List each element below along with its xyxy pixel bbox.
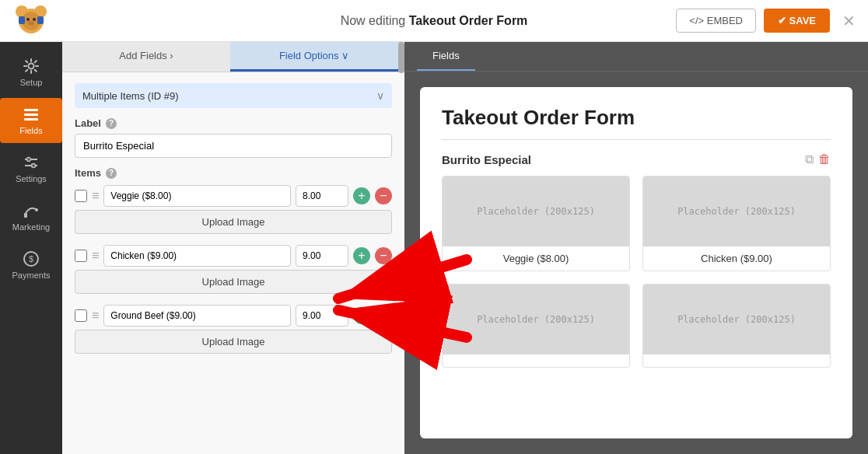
list-item: ≡ + − Upload Image bbox=[75, 245, 392, 299]
svg-rect-8 bbox=[37, 16, 44, 24]
list-item: Placeholder (200x125) bbox=[642, 284, 831, 368]
form-preview-title: Takeout Order Form bbox=[442, 106, 831, 130]
item-1-price-input[interactable] bbox=[296, 185, 348, 207]
item-2-name-input[interactable] bbox=[103, 245, 291, 267]
svg-point-6 bbox=[28, 21, 34, 25]
sidebar-item-payments[interactable]: $ Payments bbox=[0, 243, 62, 288]
svg-point-15 bbox=[27, 158, 31, 162]
svg-rect-11 bbox=[24, 114, 38, 116]
preview-tabs: Fields bbox=[404, 42, 868, 72]
item-3-add-button[interactable]: + bbox=[353, 307, 370, 324]
item-3-remove-button[interactable]: − bbox=[375, 307, 392, 324]
item-2-add-button[interactable]: + bbox=[353, 247, 370, 264]
close-button[interactable]: ✕ bbox=[842, 12, 856, 30]
drag-handle-icon[interactable]: ≡ bbox=[92, 309, 99, 323]
panel: Add Fields › Field Options ∨ Multiple It… bbox=[62, 42, 404, 454]
item-2-price-input[interactable] bbox=[296, 245, 348, 267]
item-2-upload-button[interactable]: Upload Image bbox=[75, 270, 392, 294]
item-2-checkbox[interactable] bbox=[75, 250, 87, 262]
label-help-icon: ? bbox=[106, 118, 117, 129]
save-button[interactable]: ✔ SAVE bbox=[764, 9, 830, 33]
sidebar-item-marketing[interactable]: Marketing bbox=[0, 194, 62, 239]
embed-button[interactable]: </> EMBED bbox=[676, 9, 756, 33]
label-input[interactable] bbox=[75, 134, 392, 158]
list-item: ≡ + − Upload Image bbox=[75, 305, 392, 358]
tab-add-fields[interactable]: Add Fields › bbox=[62, 42, 230, 72]
drag-handle-icon[interactable]: ≡ bbox=[92, 249, 99, 263]
svg-rect-10 bbox=[24, 109, 38, 111]
svg-point-9 bbox=[29, 64, 34, 69]
item-1-remove-button[interactable]: − bbox=[375, 187, 392, 204]
marketing-icon bbox=[23, 202, 40, 219]
placeholder-image-4: Placeholder (200x125) bbox=[643, 285, 830, 354]
items-row: Items ? bbox=[75, 167, 392, 179]
item-3-upload-button[interactable]: Upload Image bbox=[75, 330, 392, 354]
sidebar-item-fields[interactable]: Fields bbox=[0, 98, 62, 143]
list-item: Placeholder (200x125) Chicken ($9.00) bbox=[642, 176, 831, 271]
section-header: Burrito Especial ⧉ 🗑 bbox=[442, 152, 831, 166]
section-label: Burrito Especial bbox=[442, 153, 531, 166]
item-1-add-button[interactable]: + bbox=[353, 187, 370, 204]
top-bar-actions: </> EMBED ✔ SAVE ✕ bbox=[676, 9, 856, 33]
sidebar-item-setup[interactable]: Setup bbox=[0, 50, 62, 95]
top-bar: Now editing Takeout Order Form </> EMBED… bbox=[0, 0, 868, 42]
gear-icon bbox=[23, 58, 40, 75]
placeholder-image-1: Placeholder (200x125) bbox=[443, 176, 629, 246]
tab-fields-preview[interactable]: Fields bbox=[417, 42, 475, 71]
settings-icon bbox=[23, 154, 40, 171]
list-item: ≡ + − Upload Image bbox=[75, 185, 392, 239]
item-3-checkbox[interactable] bbox=[75, 309, 87, 322]
item-row-2: ≡ + − bbox=[75, 245, 392, 267]
panel-content: Multiple Items (ID #9) ∨ Label ? Items ? bbox=[62, 72, 404, 454]
list-item: Placeholder (200x125) bbox=[442, 284, 630, 368]
form-preview: Takeout Order Form Burrito Especial ⧉ 🗑 … bbox=[420, 87, 852, 438]
preview-area: Fields Takeout Order Form Burrito Especi… bbox=[404, 42, 868, 454]
svg-rect-18 bbox=[24, 213, 27, 218]
tab-field-options[interactable]: Field Options ∨ bbox=[230, 42, 398, 72]
item-row-3: ≡ + − bbox=[75, 305, 392, 327]
list-item: Placeholder (200x125) Veggie ($8.00) bbox=[442, 176, 630, 271]
logo bbox=[12, 1, 50, 41]
items-help-icon: ? bbox=[106, 168, 117, 179]
svg-point-4 bbox=[26, 18, 30, 21]
svg-rect-7 bbox=[19, 16, 25, 24]
section-icons: ⧉ 🗑 bbox=[805, 152, 831, 166]
label-row: Label ? bbox=[75, 117, 392, 129]
copy-icon[interactable]: ⧉ bbox=[805, 152, 814, 166]
svg-point-17 bbox=[35, 208, 38, 211]
field-type-row[interactable]: Multiple Items (ID #9) ∨ bbox=[75, 83, 392, 108]
form-divider bbox=[442, 139, 831, 140]
item-1-upload-button[interactable]: Upload Image bbox=[75, 210, 392, 234]
item-card-label-1: Veggie ($8.00) bbox=[443, 246, 629, 271]
form-title-header: Now editing Takeout Order Form bbox=[341, 14, 528, 28]
sidebar: Setup Fields Settings bbox=[0, 42, 62, 454]
item-1-name-input[interactable] bbox=[103, 185, 291, 207]
logo-icon bbox=[12, 1, 50, 38]
delete-icon[interactable]: 🗑 bbox=[818, 152, 831, 166]
placeholder-image-2: Placeholder (200x125) bbox=[643, 176, 830, 246]
items-grid: Placeholder (200x125) Veggie ($8.00) Pla… bbox=[442, 176, 831, 368]
item-2-remove-button[interactable]: − bbox=[375, 247, 392, 264]
item-card-label-2: Chicken ($9.00) bbox=[643, 246, 830, 271]
chevron-down-icon: ∨ bbox=[376, 89, 384, 102]
item-card-label-4 bbox=[643, 354, 830, 367]
item-3-price-input[interactable] bbox=[296, 305, 348, 327]
fields-icon bbox=[23, 106, 40, 123]
payments-icon: $ bbox=[23, 250, 40, 267]
svg-rect-12 bbox=[24, 118, 38, 120]
drag-handle-icon[interactable]: ≡ bbox=[92, 189, 99, 203]
item-card-label-3 bbox=[443, 354, 629, 367]
svg-text:$: $ bbox=[29, 254, 33, 264]
svg-point-16 bbox=[32, 164, 36, 168]
item-3-name-input[interactable] bbox=[103, 305, 291, 327]
item-1-checkbox[interactable] bbox=[75, 190, 87, 202]
main-layout: Setup Fields Settings bbox=[0, 42, 868, 454]
item-row-1: ≡ + − bbox=[75, 185, 392, 207]
sidebar-item-settings[interactable]: Settings bbox=[0, 146, 62, 191]
placeholder-image-3: Placeholder (200x125) bbox=[443, 285, 629, 354]
panel-tabs: Add Fields › Field Options ∨ bbox=[62, 42, 404, 72]
svg-point-5 bbox=[33, 18, 36, 21]
